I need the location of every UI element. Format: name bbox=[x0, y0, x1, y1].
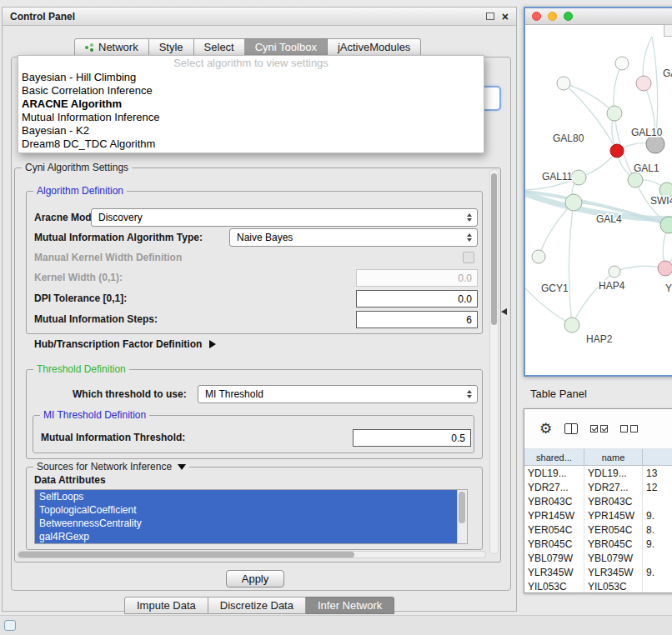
network-tab-icon bbox=[85, 43, 93, 52]
status-strip bbox=[0, 615, 672, 635]
tab-cyni-toolbox[interactable]: Cyni Toolbox bbox=[245, 38, 328, 56]
attribute-item-topologicalcoefficient[interactable]: TopologicalCoefficient bbox=[35, 503, 457, 517]
network-node[interactable] bbox=[565, 194, 582, 211]
table-cell: YBL079W bbox=[584, 551, 643, 565]
column-header-col3[interactable] bbox=[643, 449, 672, 465]
table-cell: YBR045C bbox=[524, 537, 584, 551]
table-cell: 9. bbox=[643, 508, 672, 522]
deselect-all-icon[interactable] bbox=[620, 425, 638, 432]
tab-style[interactable]: Style bbox=[149, 38, 194, 56]
gear-icon[interactable]: ⚙ bbox=[539, 422, 552, 436]
table-cell: YIL053C bbox=[524, 579, 584, 593]
algorithm-option-mutual-information-inference[interactable]: Mutual Information Inference bbox=[18, 111, 484, 124]
network-node-label: GAL80 bbox=[553, 132, 584, 144]
tab-label: Network bbox=[98, 41, 138, 53]
table-cell: YLR345W bbox=[524, 565, 584, 579]
column-header-name[interactable]: name bbox=[584, 449, 643, 465]
network-node-label: HAP4 bbox=[599, 280, 625, 292]
table-row[interactable]: YER054CYER054C8. bbox=[524, 522, 672, 537]
minimize-traffic-light-icon[interactable] bbox=[548, 12, 557, 21]
network-node[interactable] bbox=[628, 172, 643, 188]
table-cell: YIL053C bbox=[584, 579, 643, 593]
network-node[interactable] bbox=[658, 261, 672, 276]
data-attributes-list[interactable]: SelfLoopsTopologicalCoefficientBetweenne… bbox=[34, 489, 468, 544]
select-all-icon[interactable] bbox=[590, 425, 608, 432]
network-node[interactable] bbox=[564, 318, 579, 332]
network-node-label: HAP2 bbox=[586, 333, 613, 345]
tab-select[interactable]: Select bbox=[194, 38, 245, 56]
aracne-mode-select[interactable]: Discovery bbox=[91, 208, 478, 227]
scrollbar-thumb[interactable] bbox=[459, 492, 465, 523]
aracne-mode-selected-value: Discovery bbox=[98, 212, 143, 223]
control-panel-window: Control Panel × NetworkStyleSelectCyni T… bbox=[2, 7, 517, 612]
table-row[interactable]: YBL079WYBL079W bbox=[524, 551, 672, 565]
which-threshold-selected-value: MI Threshold bbox=[205, 388, 263, 400]
algorithm-option-aracne-algorithm[interactable]: ARACNE Algorithm bbox=[18, 98, 484, 111]
table-row[interactable]: YDL19...YDL19...13 bbox=[524, 466, 672, 480]
table-row[interactable]: YIL053CYIL053C bbox=[524, 579, 672, 593]
tab-impute-data[interactable]: Impute Data bbox=[124, 597, 208, 614]
tab-network[interactable]: Network bbox=[74, 38, 149, 56]
collapse-arrow-icon bbox=[209, 340, 216, 348]
horizontal-scrollbar[interactable] bbox=[18, 551, 486, 558]
table-cell bbox=[643, 494, 672, 508]
attribute-item-gal4rgexp[interactable]: gal4RGexp bbox=[35, 530, 457, 543]
network-canvas[interactable]: GAL80GAL10GAL11GAL1SWI4GAL4GCY1HAP4HAP2G… bbox=[525, 25, 672, 375]
attribute-item-selfloops[interactable]: SelfLoops bbox=[35, 490, 457, 503]
algorithm-option-bayesian-hill-climbing[interactable]: Bayesian - Hill Climbing bbox=[18, 71, 484, 84]
network-node[interactable] bbox=[571, 170, 586, 185]
network-node[interactable] bbox=[636, 76, 651, 91]
list-scrollbar[interactable] bbox=[457, 490, 467, 543]
tab-jactivemodules[interactable]: jActiveModules bbox=[328, 38, 421, 56]
network-window-titlebar[interactable] bbox=[525, 8, 672, 25]
network-edge[interactable] bbox=[539, 202, 574, 257]
column-header-shared[interactable]: shared... bbox=[524, 449, 584, 465]
scrollbar-thumb[interactable] bbox=[18, 552, 354, 558]
network-node[interactable] bbox=[615, 57, 629, 70]
network-node[interactable] bbox=[607, 106, 622, 121]
close-icon[interactable]: × bbox=[502, 11, 509, 22]
network-node-label: Y bbox=[665, 282, 672, 294]
restore-panel-icon[interactable] bbox=[4, 620, 16, 631]
network-node[interactable] bbox=[532, 250, 545, 263]
hub-definition-expander[interactable]: Hub/Transcription Factor Definition bbox=[34, 336, 216, 352]
table-row[interactable]: YBR045CYBR045C9. bbox=[524, 537, 672, 551]
split-pane-collapse-icon[interactable] bbox=[501, 308, 507, 315]
tab-label: Cyni Toolbox bbox=[255, 41, 317, 53]
network-node-label: GAL11 bbox=[542, 171, 573, 182]
zoom-traffic-light-icon[interactable] bbox=[564, 12, 573, 21]
tab-discretize-data[interactable]: Discretize Data bbox=[208, 597, 306, 614]
mi-steps-input[interactable] bbox=[356, 311, 478, 328]
mi-algorithm-type-select[interactable]: Naive Bayes bbox=[229, 228, 478, 247]
mi-threshold-input[interactable] bbox=[353, 429, 471, 447]
algorithm-option-basic-correlation-inference[interactable]: Basic Correlation Inference bbox=[18, 84, 484, 98]
network-node[interactable] bbox=[557, 77, 570, 90]
algorithm-option-dream8-dc-tdc-algorithm[interactable]: Dream8 DC_TDC Algorithm bbox=[18, 138, 484, 151]
dpi-tolerance-input[interactable] bbox=[356, 290, 478, 308]
attribute-item-betweennesscentrality[interactable]: BetweennessCentrality bbox=[35, 517, 457, 530]
scrollbar-thumb[interactable] bbox=[491, 173, 497, 325]
float-panel-icon[interactable] bbox=[486, 12, 494, 20]
column-selector-icon[interactable] bbox=[564, 423, 578, 434]
table-row[interactable]: YDR27...YDR27...12 bbox=[524, 480, 672, 494]
apply-button[interactable]: Apply bbox=[226, 570, 284, 588]
algorithm-option-bayesian-k2[interactable]: Bayesian - K2 bbox=[18, 124, 484, 138]
table-cell: YDL19... bbox=[584, 466, 643, 480]
table-row[interactable]: YPR145WYPR145W9. bbox=[524, 508, 672, 522]
table-row[interactable]: YLR345WYLR345W9. bbox=[524, 565, 672, 579]
mi-threshold-definition-legend: MI Threshold Definition bbox=[40, 409, 149, 422]
sources-legend[interactable]: Sources for Network Inference bbox=[33, 461, 189, 473]
network-node[interactable] bbox=[610, 144, 624, 158]
vertical-scrollbar[interactable] bbox=[489, 169, 499, 554]
table-row[interactable]: YBR043CYBR043C bbox=[524, 494, 672, 508]
close-traffic-light-icon[interactable] bbox=[532, 12, 541, 21]
network-view-window: GAL80GAL10GAL11GAL1SWI4GAL4GCY1HAP4HAP2G… bbox=[524, 7, 672, 377]
network-edge[interactable] bbox=[569, 202, 574, 325]
network-node-label: GAL4 bbox=[596, 213, 622, 225]
data-attributes-label: Data Attributes bbox=[34, 472, 106, 488]
network-node[interactable] bbox=[609, 266, 620, 278]
manual-kernel-label: Manual Kernel Width Definition bbox=[34, 248, 182, 267]
tab-infer-network[interactable]: Infer Network bbox=[306, 597, 394, 614]
which-threshold-select[interactable]: MI Threshold bbox=[198, 385, 478, 403]
dropdown-placeholder: Select algorithm to view settings bbox=[18, 56, 484, 71]
